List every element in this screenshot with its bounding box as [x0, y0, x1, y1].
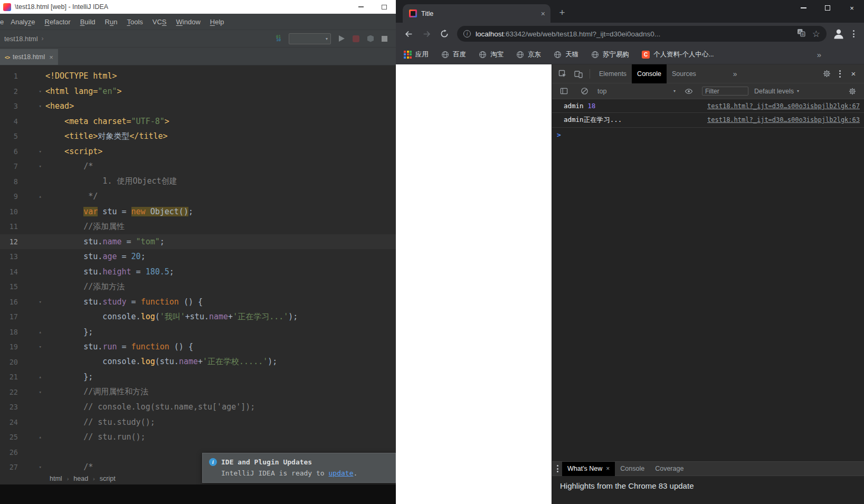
update-notification[interactable]: i IDE and Plugin Updates IntelliJ IDEA i…: [202, 453, 396, 483]
vcs-update-icon[interactable]: 0110: [276, 35, 281, 42]
bookmark-item[interactable]: C个人资料-个人中心...: [642, 50, 714, 59]
url-text[interactable]: localhost:63342/web/web/test18.html?_ijt…: [476, 30, 792, 38]
console-settings-icon[interactable]: [845, 84, 860, 98]
more-tabs-icon[interactable]: »: [733, 70, 737, 78]
fold-collapse-icon[interactable]: ▾: [18, 464, 45, 470]
code-line-4[interactable]: 4 <meta charset="UTF-8">: [0, 114, 396, 129]
tab-close-icon[interactable]: ×: [49, 53, 53, 61]
breadcrumb-head[interactable]: head: [73, 475, 88, 482]
fold-collapse-icon[interactable]: ▾: [18, 103, 45, 109]
devtools-tab-sources[interactable]: Sources: [667, 64, 701, 83]
run-button[interactable]: [339, 35, 345, 42]
fold-collapse-icon[interactable]: ▾: [18, 89, 45, 94]
minimize-button[interactable]: [791, 0, 815, 16]
fold-end-icon[interactable]: ▴: [18, 329, 45, 335]
code-line-25[interactable]: 25▴ // stu.run();: [0, 430, 396, 445]
fold-end-icon[interactable]: ▴: [18, 434, 45, 440]
address-bar[interactable]: i localhost:63342/web/web/test18.html?_i…: [457, 26, 827, 42]
bookmark-item[interactable]: 百度: [441, 50, 466, 59]
device-toolbar-icon[interactable]: [571, 67, 586, 81]
code-line-14[interactable]: 14 stu.height = 180.5;: [0, 264, 396, 280]
code-line-13[interactable]: 13 stu.age = 20;: [0, 249, 396, 264]
menu-item-build[interactable]: Build: [75, 18, 100, 26]
clear-console-icon[interactable]: [577, 84, 592, 98]
bookmark-item[interactable]: 应用: [404, 50, 429, 59]
context-selector[interactable]: top ▾: [597, 88, 676, 95]
close-button[interactable]: ×: [840, 0, 864, 16]
code-line-12[interactable]: 12 stu.name = "tom";: [0, 234, 396, 250]
bookmark-item[interactable]: 京东: [516, 50, 541, 59]
code-line-10[interactable]: 10 var stu = new Object();: [0, 204, 396, 220]
code-line-16[interactable]: 16▾ stu.study = function () {: [0, 294, 396, 310]
bookmark-item[interactable]: 苏宁易购: [591, 50, 629, 59]
menu-item-analyze[interactable]: Analyze: [6, 18, 40, 26]
code-line-9[interactable]: 9▴ */: [0, 189, 396, 204]
menu-item-help[interactable]: Help: [205, 18, 229, 26]
stop-button[interactable]: [382, 36, 387, 42]
menu-item-partial[interactable]: e: [0, 18, 6, 26]
fold-collapse-icon[interactable]: ▾: [18, 164, 45, 169]
fold-collapse-icon[interactable]: ▾: [18, 299, 45, 305]
fold-end-icon[interactable]: ▴: [18, 374, 45, 379]
drawer-tab-what-s-new[interactable]: What's New×: [562, 462, 615, 476]
code-line-17[interactable]: 17 console.log('我叫'+stu.name+'正在学习...');: [0, 309, 396, 325]
code-line-3[interactable]: 3▾<head>: [0, 99, 396, 114]
nav-breadcrumb-file[interactable]: test18.html: [4, 35, 38, 43]
devtools-tab-elements[interactable]: Elements: [594, 64, 632, 83]
devtools-menu-icon[interactable]: [835, 70, 845, 78]
code-line-1[interactable]: 1<!DOCTYPE html>: [0, 69, 396, 84]
devtools-tab-console[interactable]: Console: [632, 64, 667, 83]
ide-minimize-button[interactable]: [349, 0, 373, 14]
console-prompt[interactable]: >: [552, 128, 864, 142]
devtools-settings-icon[interactable]: [819, 67, 834, 81]
ide-maximize-button[interactable]: [373, 0, 396, 14]
code-line-15[interactable]: 15 //添加方法: [0, 279, 396, 294]
browser-tab[interactable]: Title ×: [403, 4, 550, 23]
new-tab-button[interactable]: +: [555, 5, 569, 20]
page-content[interactable]: [396, 64, 552, 504]
bookmark-item[interactable]: 淘宝: [479, 50, 504, 59]
fold-collapse-icon[interactable]: ▾: [18, 149, 45, 154]
console-output[interactable]: admin 18test18.html?_ijt=d30…s00o3isbpjl…: [552, 99, 864, 461]
menu-item-tools[interactable]: Tools: [122, 18, 147, 26]
back-button[interactable]: [401, 26, 416, 41]
inspect-element-icon[interactable]: [555, 67, 570, 81]
close-icon[interactable]: ×: [606, 465, 610, 472]
console-source-link[interactable]: test18.html?_ijt=d30…s00o3isbpjlb2lgk:67: [707, 102, 860, 110]
menu-item-refactor[interactable]: Refactor: [40, 18, 75, 26]
menu-item-run[interactable]: Run: [100, 18, 122, 26]
breadcrumb-html[interactable]: html: [50, 475, 62, 482]
maximize-button[interactable]: [815, 0, 840, 16]
code-line-23[interactable]: 23 // console.log(stu.name,stu['age']);: [0, 400, 396, 415]
menu-item-vcs[interactable]: VCS: [148, 18, 172, 26]
devtools-close-icon[interactable]: ×: [846, 67, 861, 81]
code-line-21[interactable]: 21▴ };: [0, 369, 396, 385]
translate-icon[interactable]: Aa: [797, 28, 805, 39]
code-line-20[interactable]: 20 console.log(stu.name+'正在学校.....');: [0, 355, 396, 370]
profile-avatar[interactable]: [832, 27, 846, 41]
forward-button[interactable]: [419, 26, 434, 41]
bookmarks-overflow-icon[interactable]: »: [817, 50, 821, 59]
menu-item-window[interactable]: Window: [172, 18, 205, 26]
code-editor[interactable]: 1<!DOCTYPE html>2▾<html lang="en">3▾<hea…: [0, 65, 396, 484]
chrome-menu-icon[interactable]: [849, 30, 859, 37]
console-sidebar-icon[interactable]: [556, 84, 571, 98]
log-levels-dropdown[interactable]: Default levels ▾: [754, 88, 799, 95]
code-line-24[interactable]: 24 // stu.study();: [0, 415, 396, 430]
console-source-link[interactable]: test18.html?_ijt=d30…s00o3isbpjlb2lgk:63: [707, 116, 860, 123]
console-filter-input[interactable]: [702, 87, 748, 96]
drawer-menu-icon[interactable]: [553, 465, 562, 472]
tab-close-icon[interactable]: ×: [540, 9, 546, 18]
drawer-tab-console[interactable]: Console: [615, 462, 650, 476]
code-line-19[interactable]: 19▾ stu.run = function () {: [0, 339, 396, 355]
code-line-11[interactable]: 11 //添加属性: [0, 219, 396, 234]
run-config-dropdown[interactable]: ▾: [289, 33, 331, 44]
fold-end-icon[interactable]: ▴: [18, 194, 45, 199]
debug-button[interactable]: [353, 35, 359, 42]
code-line-22[interactable]: 22▾ //调用属性和方法: [0, 385, 396, 400]
coverage-button[interactable]: [367, 35, 374, 42]
drawer-tab-coverage[interactable]: Coverage: [650, 462, 689, 476]
page-info-icon[interactable]: i: [463, 30, 471, 37]
code-line-7[interactable]: 7▾ /*: [0, 159, 396, 174]
update-link[interactable]: update: [329, 469, 354, 477]
